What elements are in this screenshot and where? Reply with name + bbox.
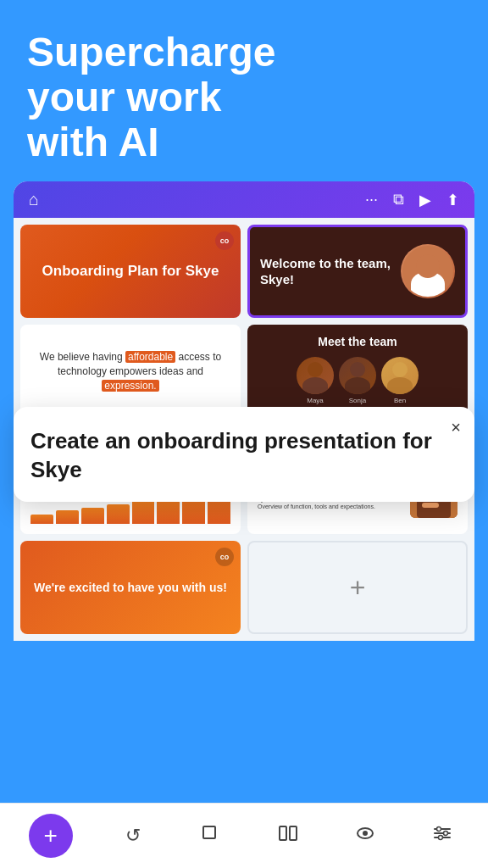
bar-3 — [81, 508, 104, 525]
onboarding-text: Onboarding Plan for Skye — [42, 263, 219, 280]
sonja-avatar — [339, 357, 376, 394]
slide-welcome[interactable]: Welcome to the team, Skye! — [247, 225, 468, 318]
ben-name: Ben — [394, 397, 406, 404]
svg-point-14 — [444, 832, 448, 836]
hero-title: Supercharge your work with AI — [27, 31, 461, 164]
bar-4 — [107, 504, 130, 525]
maya-name: Maya — [307, 397, 324, 404]
topbar-right: ··· ⧉ ▶ ⬆ — [365, 191, 459, 209]
maya-avatar — [297, 357, 334, 394]
eye-button[interactable] — [348, 819, 382, 853]
slide-add-new[interactable]: + — [247, 541, 468, 634]
split-button[interactable] — [271, 819, 305, 853]
hero-line1: Supercharge — [27, 30, 275, 75]
more-options-icon[interactable]: ··· — [365, 191, 378, 209]
activity-3: Overview of function, tools and expectat… — [258, 504, 375, 509]
team-avatars: Maya Sonja Ben — [297, 357, 419, 404]
eye-icon — [355, 823, 375, 849]
bottom-toolbar: + ↺ — [0, 803, 488, 868]
slide-onboarding[interactable]: co Onboarding Plan for Skye — [20, 225, 241, 318]
welcome-text: Welcome to the team, Skye! — [260, 255, 401, 288]
avatar-face — [402, 246, 453, 297]
app-topbar: ⌂ ··· ⧉ ▶ ⬆ — [14, 181, 474, 218]
co-logo-2: co — [215, 548, 234, 566]
slide-excited[interactable]: co We're excited to have you with us! — [20, 541, 241, 634]
co-logo-1: co — [215, 231, 234, 250]
svg-point-15 — [439, 836, 443, 840]
highlight-expression: expression. — [102, 380, 158, 392]
ben-avatar — [381, 357, 419, 394]
slides-container: co Onboarding Plan for Skye Welcome to t… — [14, 218, 474, 425]
svg-rect-6 — [280, 826, 286, 840]
svg-point-13 — [437, 827, 441, 832]
highlight-affordable: affordable — [125, 351, 175, 363]
toast-close-button[interactable]: × — [451, 419, 461, 436]
excited-text: We're excited to have you with us! — [34, 580, 227, 595]
team-member-ben: Ben — [381, 357, 419, 404]
crop-icon — [200, 823, 220, 849]
toast-popup: × Create an onboarding presentation for … — [14, 407, 474, 502]
svg-rect-4 — [422, 503, 439, 508]
slides-grid-top: co Onboarding Plan for Skye Welcome to t… — [14, 218, 474, 425]
hero-section: Supercharge your work with AI — [0, 0, 488, 181]
add-slide-icon: + — [350, 572, 366, 604]
crop-button[interactable] — [193, 819, 227, 853]
sonja-name: Sonja — [349, 397, 366, 404]
svg-rect-7 — [290, 826, 297, 840]
hero-line3: with AI — [27, 120, 159, 164]
slide-meet-team[interactable]: Meet the team Maya Sonja Ben — [247, 325, 468, 418]
undo-icon: ↺ — [125, 825, 141, 847]
svg-rect-5 — [203, 826, 215, 838]
add-icon: + — [43, 822, 57, 849]
home-icon[interactable]: ⌂ — [29, 190, 39, 209]
meet-team-title: Meet the team — [318, 335, 396, 348]
slide-beliefs[interactable]: We believe having affordable access to t… — [20, 325, 241, 418]
beliefs-text: We believe having affordable access to t… — [30, 350, 230, 392]
duplicate-icon[interactable]: ⧉ — [393, 191, 404, 209]
bar-5 — [132, 500, 155, 524]
settings-button[interactable] — [425, 819, 459, 853]
svg-point-9 — [363, 831, 368, 836]
split-icon — [278, 823, 298, 849]
share-icon[interactable]: ⬆ — [446, 191, 459, 209]
play-icon[interactable]: ▶ — [419, 191, 431, 209]
hero-line2: your work — [27, 75, 221, 120]
undo-button[interactable]: ↺ — [116, 819, 150, 853]
welcome-avatar — [401, 244, 455, 298]
team-member-maya: Maya — [297, 357, 334, 404]
add-button[interactable]: + — [29, 814, 73, 858]
team-member-sonja: Sonja — [339, 357, 376, 404]
app-window: ⌂ ··· ⧉ ▶ ⬆ co Onboarding Plan for Skye … — [14, 181, 474, 425]
settings-icon — [432, 823, 452, 849]
bar-1 — [30, 515, 53, 524]
toast-text: Create an onboarding presentation for Sk… — [30, 427, 458, 485]
bar-2 — [56, 510, 79, 525]
